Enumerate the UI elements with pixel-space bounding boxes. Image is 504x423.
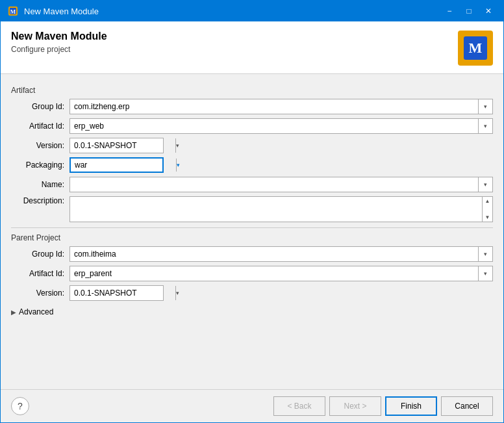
artifact-id-label: Artifact Id: [11,122,69,131]
group-id-field[interactable]: ▾ [69,99,493,114]
version-select[interactable]: ▾ [69,138,164,153]
group-id-label: Group Id: [11,102,69,111]
name-row: Name: ▾ [11,177,493,192]
parent-version-select[interactable]: ▾ [69,285,164,301]
artifact-id-row: Artifact Id: ▾ [11,118,493,134]
parent-artifact-id-field[interactable]: ▾ [69,266,493,281]
maximize-button[interactable]: □ [460,5,477,18]
packaging-dropdown-arrow[interactable]: ▾ [176,159,180,172]
title-bar: M New Maven Module − □ ✕ [1,1,503,21]
parent-version-label: Version: [11,288,69,298]
version-label: Version: [11,141,69,150]
group-id-input[interactable] [70,99,478,114]
artifact-id-input[interactable] [70,119,478,133]
group-id-row: Group Id: ▾ [11,99,493,114]
parent-artifact-id-label: Artifact Id: [11,269,69,278]
description-row: Description: ▲ ▼ [11,196,493,222]
parent-group-id-label: Group Id: [11,250,69,259]
parent-group-id-row: Group Id: ▾ [11,246,493,262]
artifact-id-field[interactable]: ▾ [69,118,493,134]
packaging-input[interactable] [71,159,176,172]
footer-buttons: < Back Next > Finish Cancel [273,396,493,416]
finish-button[interactable]: Finish [385,396,437,416]
parent-version-row: Version: ▾ [11,285,493,301]
name-dropdown-arrow[interactable]: ▾ [478,177,492,192]
dialog-title: New Maven Module [11,31,458,42]
title-bar-text: New Maven Module [24,6,441,16]
description-field[interactable]: ▲ ▼ [69,196,493,222]
parent-artifact-id-input[interactable] [70,266,478,281]
artifact-section-label: Artifact [11,86,493,95]
name-label: Name: [11,180,69,189]
version-row: Version: ▾ [11,138,493,153]
advanced-section[interactable]: ▶ Advanced [11,307,493,316]
artifact-id-dropdown-arrow[interactable]: ▾ [478,119,492,133]
name-input[interactable] [70,177,478,192]
logo-letter: M [464,36,487,60]
parent-artifact-id-row: Artifact Id: ▾ [11,266,493,281]
parent-version-dropdown-arrow[interactable]: ▾ [175,286,179,300]
title-bar-icon: M [7,5,19,17]
help-button[interactable]: ? [11,397,29,415]
parent-group-id-input[interactable] [70,247,478,261]
dialog-logo: M [458,31,493,66]
packaging-select[interactable]: ▾ [69,157,164,173]
parent-project-section-label: Parent Project [11,233,493,242]
advanced-arrow-icon: ▶ [11,309,16,316]
group-id-dropdown-arrow[interactable]: ▾ [478,99,492,114]
minimize-button[interactable]: − [441,5,458,18]
cancel-button[interactable]: Cancel [441,396,493,416]
dialog-subtitle: Configure project [11,45,458,54]
version-input[interactable] [70,138,175,153]
description-scrollbar[interactable]: ▲ ▼ [482,197,492,222]
parent-group-id-dropdown-arrow[interactable]: ▾ [478,247,492,261]
description-label: Description: [11,196,69,205]
dialog-header-text: New Maven Module Configure project [11,31,458,54]
description-input[interactable] [70,197,482,222]
back-button[interactable]: < Back [273,396,325,416]
dialog-body: Artifact Group Id: ▾ Artifact Id: ▾ Vers… [1,74,503,389]
version-dropdown-arrow[interactable]: ▾ [175,138,179,153]
name-field[interactable]: ▾ [69,177,493,192]
title-bar-controls: − □ ✕ [441,5,497,18]
packaging-label: Packaging: [11,160,69,170]
parent-artifact-id-dropdown-arrow[interactable]: ▾ [478,266,492,281]
svg-text:M: M [10,8,16,15]
separator-1 [11,227,493,228]
advanced-label: Advanced [19,307,53,316]
next-button[interactable]: Next > [329,396,381,416]
parent-version-input[interactable] [70,286,175,300]
packaging-row: Packaging: ▾ [11,157,493,173]
close-button[interactable]: ✕ [480,5,497,18]
dialog-footer: ? < Back Next > Finish Cancel [1,389,503,422]
parent-group-id-field[interactable]: ▾ [69,246,493,262]
dialog-header: New Maven Module Configure project M [1,21,503,74]
